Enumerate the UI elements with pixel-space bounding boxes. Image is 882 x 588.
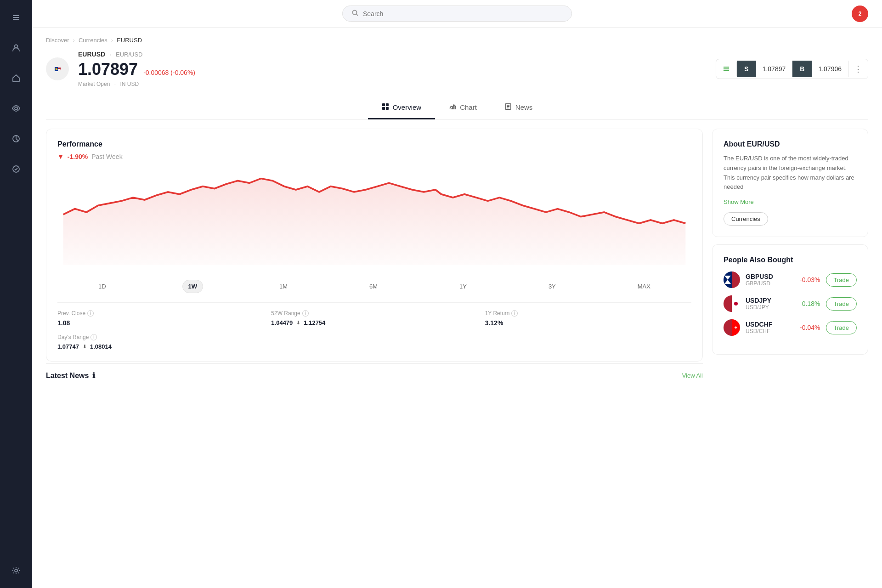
more-options-button[interactable]: ⋮	[848, 59, 868, 79]
buy-price: 1.07906	[812, 61, 848, 77]
usdchf-change: -0.04%	[795, 324, 820, 331]
right-column: About EUR/USD The EUR/USD is one of the …	[712, 129, 868, 387]
time-range-selector: 1D 1W 1M 6M 1Y 3Y MAX	[57, 280, 691, 293]
eu-flag: ★	[55, 67, 58, 71]
breadcrumb-sep1: ›	[73, 37, 75, 44]
range-arrow: ⬇	[296, 320, 300, 325]
notification-button[interactable]: 2	[852, 6, 868, 22]
left-column: Performance ▼ -1.90% Past Week	[46, 129, 703, 387]
tabs: Overview Chart News	[46, 96, 868, 119]
people-also-bought-title: People Also Bought	[724, 256, 857, 264]
news-info-icon[interactable]: ℹ	[92, 371, 95, 380]
tab-chart[interactable]: Chart	[435, 96, 491, 119]
asset-change-pct: (-0.06%)	[170, 69, 195, 76]
list-item: + USDCHF USD/CHF -0.04% Trade	[724, 319, 857, 336]
stat-52w-range: 52W Range i 1.04479 ⬇ 1.12754	[271, 310, 477, 327]
search-bar[interactable]	[342, 6, 572, 22]
main-content: 2 Discover › Currencies › EURUSD ★ ▬ EUR…	[32, 0, 882, 588]
buy-button[interactable]: B	[792, 61, 812, 77]
currencies-tag[interactable]: Currencies	[724, 212, 768, 226]
performance-card: Performance ▼ -1.90% Past Week	[46, 129, 703, 362]
breadcrumb-sep2: ›	[111, 37, 113, 44]
breadcrumb-discover[interactable]: Discover	[46, 37, 69, 44]
usdchf-pair: USD/CHF	[746, 328, 790, 334]
days-range-value: 1.07747 ⬇ 1.08014	[57, 343, 264, 350]
return-1y-info[interactable]: i	[511, 310, 518, 317]
days-range-info[interactable]: i	[90, 334, 97, 340]
show-more-button[interactable]: Show More	[724, 198, 754, 205]
performance-title: Performance	[57, 140, 691, 148]
usdchf-trade-button[interactable]: Trade	[826, 321, 857, 334]
usdjpy-change: 0.18%	[795, 300, 820, 307]
asset-flag: ★ ▬	[46, 57, 69, 80]
svg-rect-7	[386, 103, 389, 106]
gbpusd-change: -0.03%	[795, 276, 820, 283]
gbpusd-trade-button[interactable]: Trade	[826, 273, 857, 287]
search-input[interactable]	[363, 10, 562, 17]
meta-dot: ·	[114, 81, 116, 87]
prev-close-info[interactable]: i	[87, 310, 94, 317]
portfolio-icon[interactable]	[8, 130, 24, 147]
svg-point-4	[15, 569, 17, 572]
stats-grid: Prev. Close i 1.08 52W Range i 1.044	[57, 302, 691, 350]
asset-price: 1.07897	[78, 60, 138, 79]
copy-trading-icon[interactable]	[8, 161, 24, 177]
time-1w[interactable]: 1W	[182, 280, 204, 293]
sidebar	[0, 0, 32, 588]
news-icon	[504, 103, 512, 112]
header: 2	[32, 0, 882, 28]
time-3y[interactable]: 3Y	[543, 280, 561, 293]
settings-icon[interactable]	[8, 562, 24, 579]
range-52w-value: 1.04479 ⬇ 1.12754	[271, 319, 477, 326]
two-column-layout: Performance ▼ -1.90% Past Week	[46, 129, 868, 387]
menu-button[interactable]	[716, 62, 737, 76]
prev-close-label: Prev. Close i	[57, 310, 264, 317]
svg-rect-9	[386, 107, 389, 110]
asset-info: ★ ▬ EURUSD · EUR/USD 1.07897 -0.00068 (-…	[46, 51, 195, 87]
view-all-button[interactable]: View All	[682, 372, 703, 379]
gbpusd-pair: GBP/USD	[746, 280, 790, 287]
performance-pct: -1.90%	[68, 153, 88, 160]
trade-controls: S 1.07897 B 1.07906 ⋮	[716, 59, 868, 79]
asset-change: -0.00068 (-0.06%)	[143, 69, 195, 76]
home-icon[interactable]	[8, 70, 24, 86]
latest-news-bar: Latest News ℹ View All	[46, 363, 703, 387]
tab-news[interactable]: News	[491, 96, 547, 119]
svg-rect-6	[382, 103, 385, 106]
range-52w-info[interactable]: i	[302, 310, 309, 317]
us-flag: ▬	[58, 68, 61, 70]
asset-header: ★ ▬ EURUSD · EUR/USD 1.07897 -0.00068 (-…	[46, 51, 868, 87]
tab-news-label: News	[515, 103, 533, 111]
usdjpy-pair: USD/JPY	[746, 304, 790, 311]
breadcrumb-current: EURUSD	[117, 37, 142, 44]
usdchf-name: USDCHF	[746, 321, 790, 328]
watchlist-icon[interactable]	[8, 100, 24, 117]
svg-point-1	[15, 107, 17, 110]
performance-label: Past Week	[91, 153, 122, 160]
time-1d[interactable]: 1D	[93, 280, 112, 293]
tab-overview[interactable]: Overview	[368, 96, 435, 119]
time-1m[interactable]: 1M	[274, 280, 293, 293]
prev-close-value: 1.08	[57, 319, 264, 327]
asset-ticker: EURUSD	[78, 51, 105, 58]
usdjpy-flag	[724, 295, 740, 312]
down-arrow-icon: ▼	[57, 153, 64, 160]
profile-icon[interactable]	[8, 40, 24, 56]
performance-change: ▼ -1.90% Past Week	[57, 153, 691, 160]
search-icon	[352, 10, 358, 17]
time-6m[interactable]: 6M	[364, 280, 383, 293]
usdjpy-name: USDJPY	[746, 297, 790, 304]
breadcrumb-currencies[interactable]: Currencies	[79, 37, 107, 44]
usdchf-flag: +	[724, 319, 740, 336]
return-1y-label: 1Y Return i	[485, 310, 691, 317]
arrows-icon[interactable]	[8, 9, 24, 26]
sell-button[interactable]: S	[737, 61, 756, 77]
breadcrumb: Discover › Currencies › EURUSD	[46, 37, 868, 44]
asset-ticker-line: EURUSD · EUR/USD	[78, 51, 195, 58]
about-title: About EUR/USD	[724, 140, 857, 148]
time-1y[interactable]: 1Y	[454, 280, 472, 293]
range-52w-label: 52W Range i	[271, 310, 477, 317]
usdjpy-trade-button[interactable]: Trade	[826, 297, 857, 311]
time-max[interactable]: MAX	[632, 280, 656, 293]
usdchf-info: USDCHF USD/CHF	[746, 321, 790, 334]
